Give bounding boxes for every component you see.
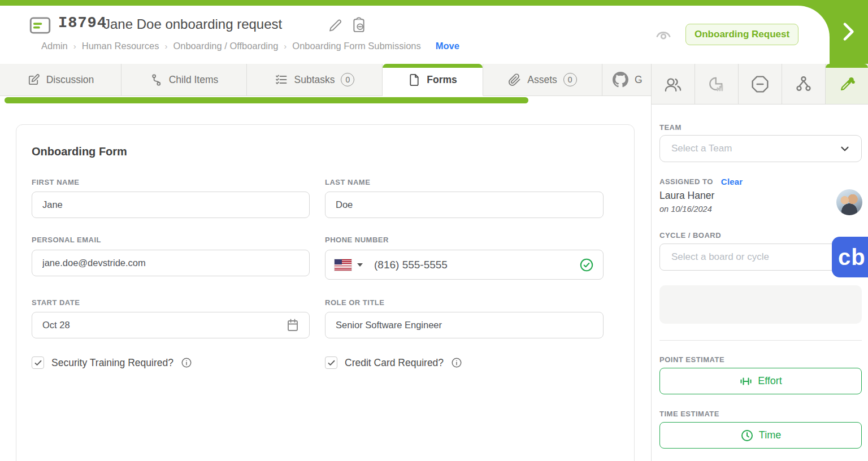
tab-people[interactable] [651, 64, 695, 105]
collapse-panel-chevron-icon[interactable] [836, 20, 859, 43]
tab-hierarchy[interactable] [782, 64, 825, 105]
tab-insights[interactable] [695, 64, 738, 105]
effort-button-label: Effort [758, 375, 782, 387]
tab-child-items[interactable]: Child Items [121, 64, 247, 96]
dumbbell-icon [739, 375, 753, 388]
breadcrumb: Admin › Human Resources › Onboarding / O… [41, 41, 459, 51]
eyedropper-icon [838, 75, 856, 93]
active-tab-indicator [826, 64, 868, 68]
empty-panel [659, 285, 862, 324]
side-icon-tab-bar [651, 64, 868, 105]
tab-bar: Discussion Child Items Subtasks 0 [0, 64, 651, 96]
status-badge[interactable]: Onboarding Request [685, 24, 798, 45]
start-date-label: START DATE [32, 298, 80, 307]
tab-form-picker[interactable] [825, 64, 868, 105]
tab-label: Discussion [46, 74, 94, 86]
cycle-board-label: CYCLE / BOARD [659, 231, 721, 240]
credit-card-label: Credit Card Required? [345, 357, 444, 369]
move-link[interactable]: Move [436, 41, 459, 51]
checkmark-icon [34, 359, 42, 367]
tab-label: Assets [527, 74, 557, 86]
tab-label: G [635, 74, 643, 86]
item-type-icon [29, 16, 51, 34]
compose-icon [27, 73, 40, 86]
point-estimate-label: POINT ESTIMATE [659, 355, 724, 364]
start-date-input[interactable] [32, 312, 310, 338]
team-select-placeholder: Select a Team [671, 143, 839, 154]
tab-label: Forms [427, 74, 457, 86]
role-title-input[interactable] [325, 312, 604, 338]
org-chart-icon [795, 75, 813, 93]
breadcrumb-item-human-resources[interactable]: Human Resources [82, 41, 159, 51]
details-sidebar: TEAM Select a Team ASSIGNED TO Clear Lau… [651, 105, 868, 461]
assigned-to-label: ASSIGNED TO [659, 177, 713, 186]
breadcrumb-item-admin[interactable]: Admin [41, 41, 68, 51]
last-name-label: LAST NAME [325, 178, 370, 186]
assigned-to-row: ASSIGNED TO Clear [659, 177, 743, 186]
edit-title-icon[interactable] [328, 19, 342, 32]
cb-overlay-badge[interactable]: cb [832, 237, 868, 277]
pie-chart-bars-icon [708, 75, 726, 93]
github-icon [613, 72, 628, 88]
credit-card-row: Credit Card Required? [325, 356, 462, 369]
security-training-checkbox[interactable] [32, 356, 44, 369]
info-icon[interactable] [451, 357, 462, 368]
time-button[interactable]: Time [659, 422, 862, 449]
checkmark-icon [327, 359, 336, 367]
active-tab-indicator [383, 64, 483, 68]
checklist-icon [275, 73, 288, 86]
item-id: I8794 [58, 15, 107, 32]
paperclip-icon [508, 73, 521, 86]
effort-button[interactable]: Effort [659, 368, 862, 394]
clock-icon [740, 429, 754, 442]
copy-id-icon[interactable] [351, 17, 366, 33]
clear-assignee-link[interactable]: Clear [721, 177, 743, 186]
info-icon[interactable] [181, 357, 192, 368]
breadcrumb-item-onboarding-offboarding[interactable]: Onboarding / Offboarding [173, 41, 278, 51]
time-estimate-label: TIME ESTIMATE [659, 410, 719, 418]
phone-number-label: PHONE NUMBER [325, 236, 389, 244]
tab-discussion[interactable]: Discussion [0, 64, 121, 96]
watch-eye-icon[interactable] [653, 25, 674, 43]
assignee-name: Laura Haner [659, 190, 714, 202]
onboarding-form-card: Onboarding Form FIRST NAME LAST NAME PER… [16, 124, 635, 461]
security-training-label: Security Training Required? [51, 357, 173, 369]
tab-subtasks[interactable]: Subtasks 0 [247, 64, 383, 96]
people-icon [663, 76, 683, 93]
work-item-page: I8794 Jane Doe onboarding request Admin … [0, 0, 868, 461]
team-label: TEAM [659, 123, 682, 132]
breadcrumb-separator-icon: › [164, 41, 167, 51]
tab-blockers[interactable] [738, 64, 782, 105]
cycle-board-placeholder: Select a board or cycle [671, 251, 851, 263]
first-name-label: FIRST NAME [32, 178, 79, 186]
personal-email-input[interactable] [32, 250, 310, 276]
personal-email-label: PERSONAL EMAIL [32, 236, 101, 244]
assignee-avatar[interactable] [836, 189, 862, 215]
credit-card-checkbox[interactable] [325, 356, 337, 369]
octagon-minus-icon [751, 75, 769, 93]
role-title-label: ROLE OR TITLE [325, 298, 384, 307]
assets-count: 0 [563, 73, 577, 86]
valid-check-icon [579, 258, 594, 272]
phone-number-input[interactable] [374, 259, 579, 271]
breadcrumb-separator-icon: › [73, 41, 76, 51]
team-select[interactable]: Select a Team [659, 135, 862, 162]
document-icon [408, 73, 420, 86]
calendar-icon[interactable] [286, 318, 300, 332]
last-name-input[interactable] [325, 192, 604, 218]
item-title: Jane Doe onboarding request [103, 16, 282, 32]
divider [659, 340, 862, 341]
tab-github[interactable]: G [602, 64, 651, 96]
breadcrumb-separator-icon: › [284, 41, 287, 51]
first-name-input[interactable] [32, 192, 310, 218]
child-items-icon [150, 73, 163, 86]
security-training-row: Security Training Required? [32, 356, 192, 369]
tab-assets[interactable]: Assets 0 [483, 64, 602, 96]
country-caret-icon[interactable] [357, 263, 363, 267]
breadcrumb-item-form-submissions[interactable]: Onboarding Form Submissions [292, 41, 420, 51]
subtasks-count: 0 [341, 73, 354, 86]
us-flag-icon[interactable] [335, 259, 351, 271]
phone-number-field[interactable] [325, 250, 604, 280]
tab-label: Subtasks [294, 74, 335, 86]
tab-forms[interactable]: Forms [383, 64, 483, 96]
